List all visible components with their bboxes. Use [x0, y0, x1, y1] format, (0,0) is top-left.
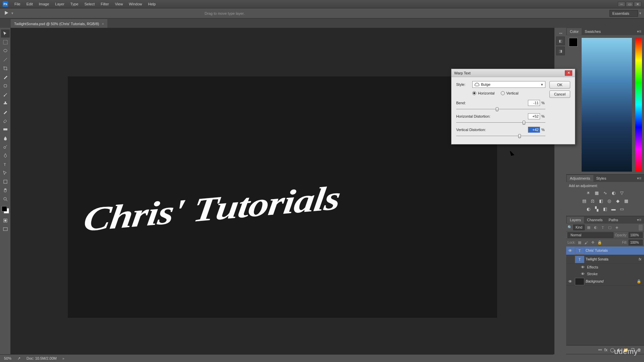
shape-tool[interactable] — [1, 178, 10, 186]
minimize-button[interactable]: ─ — [618, 2, 625, 7]
move-tool[interactable] — [1, 29, 10, 38]
marquee-tool[interactable] — [1, 38, 10, 46]
dodge-tool[interactable] — [1, 143, 10, 151]
zoom-level[interactable]: 50% — [4, 356, 11, 360]
eraser-tool[interactable] — [1, 117, 10, 125]
dock-collapse-icon[interactable]: ◂◂ — [554, 31, 566, 35]
layer-thumb-icon[interactable]: T — [575, 247, 584, 254]
param-input[interactable] — [528, 127, 540, 133]
gradient-map-icon[interactable]: ▬ — [610, 206, 616, 212]
filter-adj-icon[interactable]: ◐ — [593, 225, 599, 231]
blur-tool[interactable] — [1, 134, 10, 142]
lock-image-icon[interactable]: 🖌 — [584, 240, 589, 245]
slider-thumb[interactable] — [496, 107, 498, 111]
menu-filter[interactable]: Filter — [98, 1, 112, 7]
crop-tool[interactable] — [1, 64, 10, 72]
filter-type-icon[interactable]: T — [600, 225, 606, 231]
effects-sublabel[interactable]: 👁Effects — [566, 264, 644, 270]
share-icon[interactable]: ↗ — [17, 356, 20, 361]
color-field[interactable] — [582, 38, 632, 172]
menu-layer[interactable]: Layer — [52, 1, 67, 7]
stamp-tool[interactable] — [1, 99, 10, 107]
color-panel-menu-icon[interactable]: ▾≡ — [635, 29, 643, 34]
hand-tool[interactable] — [1, 186, 10, 194]
visibility-toggle[interactable]: 👁 — [567, 278, 574, 285]
effects-visibility-icon[interactable]: 👁 — [581, 265, 586, 269]
menu-edit[interactable]: Edit — [23, 1, 36, 7]
screenmode-toggle[interactable] — [1, 225, 10, 233]
tab-adjustments[interactable]: Adjustments — [567, 175, 593, 182]
tab-channels[interactable]: Channels — [584, 217, 605, 223]
brightness-icon[interactable]: ☀ — [585, 190, 591, 196]
history-brush-tool[interactable] — [1, 108, 10, 116]
color-fg-swatch[interactable] — [569, 38, 578, 47]
tab-paths[interactable]: Paths — [606, 217, 621, 223]
hue-icon[interactable]: ▤ — [581, 198, 587, 204]
stroke-visibility-icon[interactable]: 👁 — [581, 272, 586, 276]
param-slider[interactable] — [456, 133, 545, 139]
lock-transparent-icon[interactable]: ▦ — [577, 240, 582, 245]
param-input[interactable] — [528, 100, 540, 106]
cancel-button[interactable]: Cancel — [549, 90, 570, 98]
slider-thumb[interactable] — [518, 134, 521, 138]
vibrance-icon[interactable]: ▽ — [619, 190, 625, 196]
gradient-tool[interactable] — [1, 125, 10, 133]
exposure-icon[interactable]: ◐ — [610, 190, 616, 196]
filter-pixel-icon[interactable]: ▦ — [586, 225, 592, 231]
eyedropper-tool[interactable] — [1, 73, 10, 81]
zoom-tool[interactable] — [1, 195, 10, 203]
filter-shape-icon[interactable]: ▢ — [607, 225, 613, 231]
path-tool[interactable] — [1, 169, 10, 177]
invert-icon[interactable]: ◐ — [585, 206, 591, 212]
bw-icon[interactable]: ◧ — [598, 198, 604, 204]
document-tab[interactable]: TwilightSonata.psd @ 50% (Chris' Tutoria… — [11, 19, 107, 28]
filter-kind-select[interactable]: Kind — [573, 225, 585, 230]
maximize-button[interactable]: ▭ — [626, 2, 633, 7]
layer-row[interactable]: 👁 T Chris' Tutorials — [566, 246, 644, 255]
levels-icon[interactable]: ▦ — [594, 190, 600, 196]
close-window-button[interactable]: ✕ — [634, 2, 641, 7]
tab-swatches[interactable]: Swatches — [582, 28, 604, 35]
param-slider[interactable] — [456, 107, 545, 112]
move-tool-icon[interactable] — [3, 10, 9, 16]
layer-name[interactable]: Chris' Tutorials — [586, 249, 643, 252]
menu-select[interactable]: Select — [82, 1, 98, 7]
blend-mode-select[interactable]: Normal — [568, 232, 613, 238]
menu-window[interactable]: Window — [126, 1, 145, 7]
threshold-icon[interactable]: ◧ — [602, 206, 608, 212]
magic-wand-tool[interactable] — [1, 56, 10, 64]
properties-panel-icon[interactable]: ◨ — [556, 47, 565, 55]
close-tab-icon[interactable]: × — [102, 22, 104, 26]
visibility-toggle[interactable]: 👁 — [567, 247, 574, 254]
history-panel-icon[interactable]: ◧ — [556, 37, 565, 45]
color-lookup-icon[interactable]: ▦ — [623, 198, 629, 204]
layer-fx-badge[interactable]: fx — [639, 257, 643, 261]
tab-color[interactable]: Color — [567, 28, 582, 35]
layer-row[interactable]: 👁 Background 🔒 — [566, 277, 644, 286]
tool-dropdown-icon[interactable]: ▾ — [11, 11, 13, 15]
adj-panel-menu-icon[interactable]: ▾≡ — [635, 176, 643, 181]
stroke-sublabel[interactable]: 👁Stroke — [566, 270, 644, 277]
pen-tool[interactable] — [1, 152, 10, 160]
layer-fx-icon[interactable]: fx — [604, 348, 607, 352]
canvas[interactable]: Chris' Tutorials — [68, 76, 497, 318]
hue-slider[interactable] — [635, 38, 642, 172]
color-balance-icon[interactable]: ⚖ — [590, 198, 596, 204]
menu-file[interactable]: File — [11, 1, 23, 7]
healing-tool[interactable] — [1, 82, 10, 90]
selective-color-icon[interactable]: ▭ — [619, 206, 625, 212]
lock-all-icon[interactable]: 🔒 — [597, 240, 602, 245]
warped-text-layer[interactable]: Chris' Tutorials — [77, 166, 487, 266]
slider-thumb[interactable] — [523, 121, 525, 125]
quickmask-toggle[interactable] — [1, 217, 10, 225]
photo-filter-icon[interactable]: ◎ — [606, 198, 612, 204]
layer-name[interactable]: Background — [586, 280, 637, 283]
fill-value[interactable]: 100% — [629, 240, 643, 245]
filter-smart-icon[interactable]: ◈ — [614, 225, 620, 231]
dialog-titlebar[interactable]: Warp Text ✕ — [451, 69, 575, 77]
lock-position-icon[interactable]: ✥ — [590, 240, 596, 245]
foreground-background-colors[interactable] — [1, 205, 10, 214]
foreground-color-swatch[interactable] — [2, 206, 7, 212]
vertical-radio[interactable]: Vertical — [501, 91, 519, 95]
horizontal-radio[interactable]: Horizontal — [472, 91, 495, 95]
